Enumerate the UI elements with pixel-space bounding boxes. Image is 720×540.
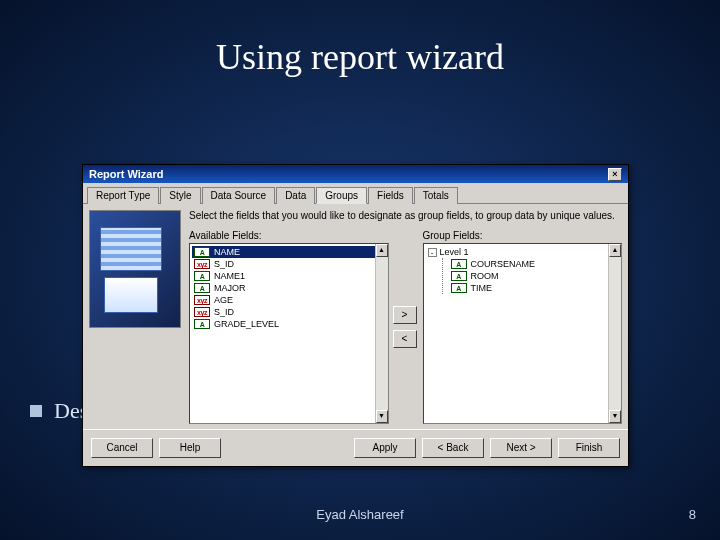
wizard-title-text: Report Wizard — [89, 168, 163, 180]
back-button[interactable]: < Back — [422, 438, 484, 458]
tab-report-type[interactable]: Report Type — [87, 187, 159, 204]
tab-data-source[interactable]: Data Source — [202, 187, 276, 204]
list-item[interactable]: A NAME — [192, 246, 386, 258]
list-item[interactable]: A MAJOR — [192, 282, 386, 294]
footer-author: Eyad Alshareef — [0, 507, 720, 522]
next-button[interactable]: Next > — [490, 438, 552, 458]
tab-data[interactable]: Data — [276, 187, 315, 204]
field-name: TIME — [471, 283, 493, 293]
available-fields-label: Available Fields: — [189, 230, 389, 241]
field-name: AGE — [214, 295, 233, 305]
field-name: MAJOR — [214, 283, 246, 293]
field-name: NAME — [214, 247, 240, 257]
apply-button[interactable]: Apply — [354, 438, 416, 458]
scrollbar[interactable]: ▲ ▼ — [608, 244, 621, 423]
tree-item[interactable]: A COURSENAME — [449, 258, 620, 270]
list-item[interactable]: A NAME1 — [192, 270, 386, 282]
field-type-icon: A — [451, 259, 467, 269]
wizard-titlebar: Report Wizard × — [83, 165, 628, 183]
field-type-icon: xyz — [194, 295, 210, 305]
scroll-down-icon[interactable]: ▼ — [376, 410, 388, 423]
close-button[interactable]: × — [608, 168, 622, 181]
wizard-preview-image — [89, 210, 181, 328]
field-name: NAME1 — [214, 271, 245, 281]
wizard-instructions: Select the fields that you would like to… — [189, 210, 622, 222]
tab-fields[interactable]: Fields — [368, 187, 413, 204]
field-name: S_ID — [214, 307, 234, 317]
group-fields-label: Group Fields: — [423, 230, 623, 241]
tab-totals[interactable]: Totals — [414, 187, 458, 204]
wizard-tabs: Report Type Style Data Source Data Group… — [83, 183, 628, 204]
tree-item[interactable]: A ROOM — [449, 270, 620, 282]
slide-title: Using report wizard — [0, 0, 720, 78]
field-type-icon: A — [451, 283, 467, 293]
field-type-icon: A — [194, 247, 210, 257]
move-right-button[interactable]: > — [393, 306, 417, 324]
tree-collapse-icon[interactable]: - — [428, 248, 437, 257]
field-type-icon: A — [451, 271, 467, 281]
field-name: COURSENAME — [471, 259, 536, 269]
field-type-icon: A — [194, 283, 210, 293]
scrollbar[interactable]: ▲ ▼ — [375, 244, 388, 423]
field-name: S_ID — [214, 259, 234, 269]
tab-style[interactable]: Style — [160, 187, 200, 204]
finish-button[interactable]: Finish — [558, 438, 620, 458]
footer-page-number: 8 — [689, 507, 696, 522]
move-left-button[interactable]: < — [393, 330, 417, 348]
report-wizard-dialog: Report Wizard × Report Type Style Data S… — [82, 164, 629, 467]
list-item[interactable]: xyz AGE — [192, 294, 386, 306]
scroll-up-icon[interactable]: ▲ — [609, 244, 621, 257]
list-item[interactable]: xyz S_ID — [192, 258, 386, 270]
tree-item[interactable]: A TIME — [449, 282, 620, 294]
tree-root-label: Level 1 — [440, 247, 469, 257]
field-type-icon: A — [194, 319, 210, 329]
available-fields-list[interactable]: A NAME xyz S_ID A NAME1 A — [189, 243, 389, 424]
cancel-button[interactable]: Cancel — [91, 438, 153, 458]
bullet-item: Des — [30, 398, 88, 424]
wizard-body: Select the fields that you would like to… — [83, 204, 628, 430]
list-item[interactable]: A GRADE_LEVEL — [192, 318, 386, 330]
wizard-footer: Cancel Help Apply < Back Next > Finish — [83, 429, 628, 466]
scroll-up-icon[interactable]: ▲ — [376, 244, 388, 257]
scroll-down-icon[interactable]: ▼ — [609, 410, 621, 423]
help-button[interactable]: Help — [159, 438, 221, 458]
group-fields-tree[interactable]: - Level 1 A COURSENAME A ROOM — [423, 243, 623, 424]
field-name: GRADE_LEVEL — [214, 319, 279, 329]
field-type-icon: xyz — [194, 307, 210, 317]
field-name: ROOM — [471, 271, 499, 281]
list-item[interactable]: xyz S_ID — [192, 306, 386, 318]
tree-root[interactable]: - Level 1 — [426, 246, 620, 258]
field-type-icon: xyz — [194, 259, 210, 269]
field-type-icon: A — [194, 271, 210, 281]
bullet-icon — [30, 405, 42, 417]
tab-groups[interactable]: Groups — [316, 187, 367, 204]
